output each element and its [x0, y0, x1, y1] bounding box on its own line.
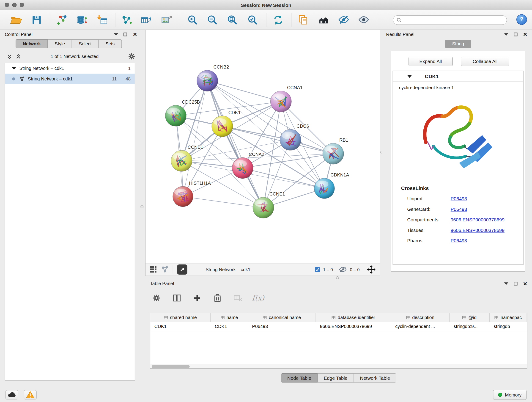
network-row-selected[interactable]: String Network – cdk1 11 48 — [5, 74, 135, 84]
column-header-shared-name[interactable]: shared name — [150, 313, 211, 322]
tree-caret-icon[interactable] — [12, 67, 16, 70]
zoom-fit-button[interactable] — [226, 14, 239, 26]
node-label-CCNA1: CCNA1 — [287, 85, 303, 90]
tab-network[interactable]: Network — [16, 39, 48, 48]
splitter-handle[interactable] — [140, 205, 143, 208]
zoom-out-button[interactable] — [206, 14, 219, 26]
network-node-HIST1H1A[interactable] — [173, 186, 193, 207]
tab-network-table[interactable]: Network Table — [354, 373, 397, 383]
table-row[interactable]: CDK1CDK1P064939606.ENSP00000378699cyclin… — [150, 322, 527, 331]
grid-view-icon[interactable] — [150, 266, 157, 274]
show-all-button[interactable] — [357, 14, 370, 26]
window-controls[interactable] — [5, 3, 24, 7]
show-columns-button[interactable] — [171, 293, 182, 303]
import-table-button[interactable] — [96, 14, 109, 26]
memory-button[interactable]: Memory — [493, 390, 526, 400]
tab-edge-table[interactable]: Edge Table — [317, 373, 354, 383]
birdseye-view-icon[interactable] — [161, 266, 169, 274]
warnings-button[interactable] — [24, 390, 37, 400]
delete-table-button-disabled[interactable] — [232, 293, 244, 303]
maximize-window-button[interactable] — [20, 3, 24, 7]
network-edge[interactable] — [207, 81, 263, 208]
tab-style[interactable]: Style — [48, 39, 72, 48]
open-session-button[interactable] — [9, 14, 22, 26]
panel-float-icon[interactable] — [514, 32, 518, 36]
crosslink-value-link[interactable]: P06493 — [451, 238, 467, 243]
close-window-button[interactable] — [5, 3, 9, 7]
tab-string[interactable]: String — [445, 40, 471, 48]
network-collection-row[interactable]: String Network – cdk1 1 — [5, 63, 135, 74]
search-input[interactable] — [404, 17, 503, 22]
network-node-RB1[interactable] — [323, 143, 344, 164]
help-button[interactable]: ? — [516, 14, 527, 25]
network-edge[interactable] — [183, 196, 263, 208]
panel-close-icon[interactable]: ✕ — [133, 32, 137, 37]
pan-crosshair-icon[interactable] — [367, 265, 376, 274]
memory-label: Memory — [505, 392, 521, 397]
save-session-button[interactable] — [30, 14, 43, 26]
tab-node-table[interactable]: Node Table — [281, 373, 318, 383]
gene-collapse-caret-icon[interactable] — [407, 75, 412, 78]
add-column-button[interactable] — [191, 293, 203, 303]
collapse-all-button[interactable]: Collapse All — [461, 57, 509, 66]
tab-select[interactable]: Select — [72, 39, 99, 48]
column-header-namespac[interactable]: namespac — [490, 313, 527, 322]
column-header--id[interactable]: @id — [450, 313, 490, 322]
network-node-CCNA2[interactable] — [232, 157, 253, 179]
panel-menu-caret-icon[interactable] — [504, 282, 508, 284]
column-header-description[interactable]: description — [391, 313, 450, 322]
apply-layout-button[interactable] — [272, 14, 285, 26]
minimize-window-button[interactable] — [12, 3, 17, 7]
panel-float-icon[interactable] — [124, 32, 127, 36]
horizontal-scrollbar[interactable] — [150, 364, 527, 368]
gene-header-row[interactable]: CDK1 — [393, 71, 523, 82]
collapse-all-icon[interactable] — [7, 53, 12, 59]
tab-sets[interactable]: Sets — [99, 39, 122, 48]
delete-column-button[interactable] — [212, 293, 223, 303]
network-node-CCNA1[interactable] — [270, 91, 291, 112]
panel-float-icon[interactable] — [514, 281, 518, 285]
network-node-CCNB2[interactable] — [197, 70, 218, 91]
expand-all-button[interactable]: Expand All — [409, 57, 453, 66]
network-node-CDK1[interactable] — [212, 116, 233, 137]
table-cell: CDK1 — [150, 322, 211, 331]
crosslink-value-link[interactable]: P06493 — [451, 196, 467, 201]
table-settings-button[interactable] — [151, 293, 162, 303]
copy-document-button[interactable] — [297, 14, 310, 26]
clone-table-button[interactable] — [140, 14, 152, 26]
network-canvas[interactable]: CCNB2CCNA1CDC25BCDK1CDC6RB1CCNB1CCNA2CDK… — [145, 30, 380, 263]
network-node-CCNE1[interactable] — [253, 197, 274, 218]
selected-checkbox[interactable] — [315, 267, 320, 272]
import-network-from-database-button[interactable] — [75, 14, 88, 26]
column-header-canonical-name[interactable]: canonical name — [248, 313, 316, 322]
network-node-CDC25B[interactable] — [165, 105, 186, 126]
expand-all-icon[interactable] — [16, 53, 21, 59]
network-node-CDC6[interactable] — [280, 129, 301, 150]
scrollbar-thumb[interactable] — [152, 365, 190, 368]
panel-menu-caret-icon[interactable] — [504, 33, 508, 35]
zoom-selected-button[interactable] — [246, 14, 259, 26]
import-network-button[interactable] — [56, 14, 69, 26]
hide-selected-button[interactable] — [337, 14, 350, 26]
network-node-CDKN1A[interactable] — [314, 178, 335, 199]
crosslink-value-link[interactable]: 9606.ENSP00000378699 — [451, 227, 505, 233]
export-image-button[interactable] — [160, 14, 173, 26]
column-header-name[interactable]: name — [211, 313, 248, 322]
panel-close-icon[interactable]: ✕ — [523, 281, 527, 286]
function-builder-button[interactable]: f(x) — [253, 293, 264, 303]
zoom-in-button[interactable] — [186, 14, 199, 26]
open-in-browser-button[interactable] — [177, 264, 187, 274]
panel-close-icon[interactable]: ✕ — [523, 32, 527, 37]
network-edge[interactable] — [183, 81, 207, 196]
new-network-button[interactable] — [120, 14, 133, 26]
panel-menu-caret-icon[interactable] — [114, 33, 118, 35]
first-neighbors-button[interactable] — [317, 14, 330, 26]
network-node-CCNB1[interactable] — [171, 150, 192, 172]
cloud-status-button[interactable] — [6, 390, 18, 400]
search-box[interactable] — [393, 15, 507, 25]
crosslink-value-link[interactable]: 9606.ENSP00000378699 — [451, 217, 505, 222]
column-header-database-identifier[interactable]: database identifier — [316, 313, 391, 322]
crosslink-value-link[interactable]: P06493 — [451, 206, 467, 212]
gear-icon[interactable] — [128, 53, 135, 60]
eye-slash-icon — [338, 14, 350, 26]
